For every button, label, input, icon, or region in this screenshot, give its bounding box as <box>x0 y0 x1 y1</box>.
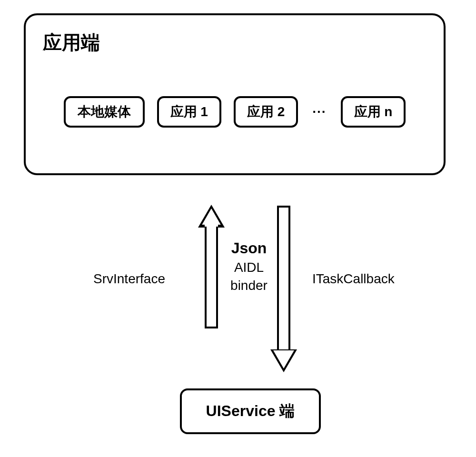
apps-ellipsis: ··· <box>310 104 328 119</box>
label-binder: binder <box>228 277 270 295</box>
label-json: Json <box>228 238 270 258</box>
arrow-down-icon <box>273 206 294 372</box>
apps-row: 本地媒体 应用 1 应用 2 ··· 应用 n <box>26 96 444 128</box>
app-2: 应用 2 <box>234 96 298 128</box>
arrow-up-icon <box>201 205 222 328</box>
uiservice-box: UIService 端 <box>180 388 321 434</box>
application-side-box: 应用端 本地媒体 应用 1 应用 2 ··· 应用 n <box>24 13 446 175</box>
label-srvinterface: SrvInterface <box>93 271 165 287</box>
uiservice-label: UIService 端 <box>206 401 295 422</box>
app-n: 应用 n <box>341 96 406 128</box>
label-aidl: AIDL <box>228 258 270 277</box>
label-center: Json AIDL binder <box>228 238 270 295</box>
app-1: 应用 1 <box>157 96 221 128</box>
application-side-title: 应用端 <box>43 30 100 56</box>
app-local-media: 本地媒体 <box>64 96 145 128</box>
label-itaskcallback: ITaskCallback <box>312 271 395 287</box>
